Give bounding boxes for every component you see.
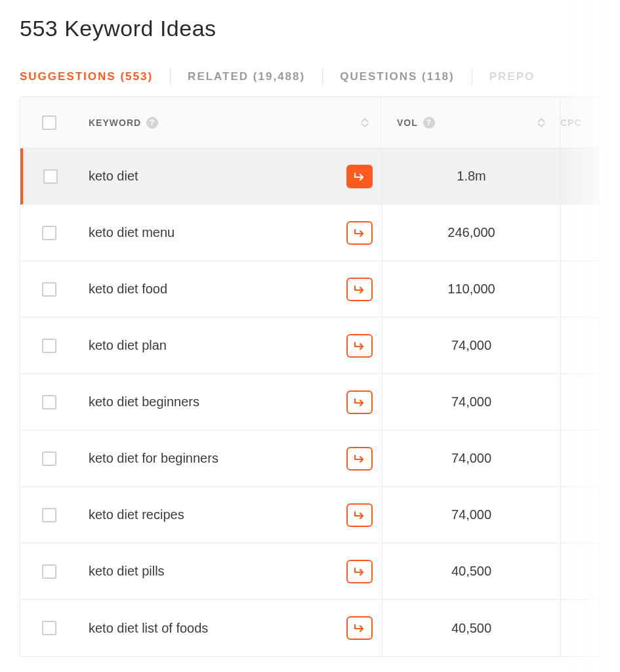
keyword-text: keto diet pills xyxy=(89,564,341,579)
help-icon[interactable]: ? xyxy=(423,117,435,129)
volume-cell: 74,000 xyxy=(382,318,560,373)
keyword-table: KEYWORD ? VOL ? CPC xyxy=(20,96,600,657)
expand-icon[interactable] xyxy=(346,616,373,640)
expand-icon[interactable] xyxy=(346,560,373,583)
table-row[interactable]: keto diet recipes 74,000 xyxy=(20,487,600,543)
sort-keyword[interactable] xyxy=(349,117,381,128)
expand-icon[interactable] xyxy=(346,334,373,358)
tab-separator xyxy=(170,68,171,86)
row-checkbox[interactable] xyxy=(42,395,56,410)
volume-cell: 1.8m xyxy=(382,148,560,204)
select-all-checkbox[interactable] xyxy=(42,116,56,130)
tab-separator xyxy=(322,68,323,86)
volume-cell: 74,000 xyxy=(382,487,560,543)
column-header-vol[interactable]: VOL xyxy=(397,117,418,128)
keyword-text: keto diet list of foods xyxy=(89,621,341,636)
column-header-cpc[interactable]: CPC xyxy=(560,117,582,128)
column-header-keyword[interactable]: KEYWORD xyxy=(89,117,141,128)
row-checkbox[interactable] xyxy=(42,282,56,297)
table-row[interactable]: keto diet plan 74,000 xyxy=(20,318,600,374)
tab-prepositions[interactable]: PREPO xyxy=(489,66,535,87)
cpc-cell xyxy=(560,318,600,373)
row-checkbox[interactable] xyxy=(42,564,56,579)
keyword-text: keto diet menu xyxy=(89,225,341,240)
table-row[interactable]: keto diet menu 246,000 xyxy=(20,205,600,261)
cpc-cell xyxy=(560,600,600,656)
page-title: 553 Keyword Ideas xyxy=(20,16,600,41)
row-checkbox[interactable] xyxy=(42,339,56,353)
row-checkbox[interactable] xyxy=(42,508,56,522)
row-checkbox[interactable] xyxy=(43,169,58,184)
table-row[interactable]: keto diet list of foods 40,500 xyxy=(20,600,600,656)
keyword-text: keto diet beginners xyxy=(89,394,341,410)
cpc-cell xyxy=(560,543,600,599)
cpc-cell xyxy=(560,487,600,543)
volume-cell: 40,500 xyxy=(382,543,560,599)
expand-icon[interactable] xyxy=(346,390,373,414)
cpc-cell xyxy=(560,374,600,430)
help-icon[interactable]: ? xyxy=(146,117,158,129)
keyword-text: keto diet recipes xyxy=(89,507,341,522)
table-row[interactable]: keto diet for beginners 74,000 xyxy=(20,430,600,487)
volume-cell: 74,000 xyxy=(382,430,560,486)
sort-vol[interactable] xyxy=(528,117,554,128)
expand-icon[interactable] xyxy=(346,278,373,301)
tab-related[interactable]: RELATED (19,488) xyxy=(188,66,305,87)
volume-cell: 74,000 xyxy=(382,374,560,430)
volume-cell: 246,000 xyxy=(382,205,560,261)
table-row[interactable]: keto diet 1.8m xyxy=(20,148,600,205)
keyword-text: keto diet food xyxy=(89,282,341,297)
table-row[interactable]: keto diet food 110,000 xyxy=(20,261,600,318)
table-header: KEYWORD ? VOL ? CPC xyxy=(20,97,600,148)
cpc-cell xyxy=(560,205,600,261)
keyword-text: keto diet xyxy=(89,169,341,184)
cpc-cell xyxy=(560,148,600,204)
expand-icon[interactable] xyxy=(346,503,373,527)
expand-icon[interactable] xyxy=(346,221,373,245)
tab-suggestions[interactable]: SUGGESTIONS (553) xyxy=(20,66,153,87)
row-checkbox[interactable] xyxy=(42,621,56,635)
row-checkbox[interactable] xyxy=(42,452,56,466)
keyword-text: keto diet for beginners xyxy=(89,451,341,466)
keyword-text: keto diet plan xyxy=(89,338,341,353)
row-checkbox[interactable] xyxy=(42,226,56,240)
tabs: SUGGESTIONS (553) RELATED (19,488) QUEST… xyxy=(20,66,600,87)
volume-cell: 110,000 xyxy=(382,261,560,317)
volume-cell: 40,500 xyxy=(382,600,560,656)
tab-questions[interactable]: QUESTIONS (118) xyxy=(340,66,455,87)
tab-separator xyxy=(472,68,472,86)
cpc-cell xyxy=(560,261,600,317)
table-row[interactable]: keto diet beginners 74,000 xyxy=(20,374,600,430)
expand-icon[interactable] xyxy=(346,447,373,471)
table-row[interactable]: keto diet pills 40,500 xyxy=(20,543,600,600)
cpc-cell xyxy=(560,430,600,486)
expand-icon[interactable] xyxy=(346,165,373,188)
